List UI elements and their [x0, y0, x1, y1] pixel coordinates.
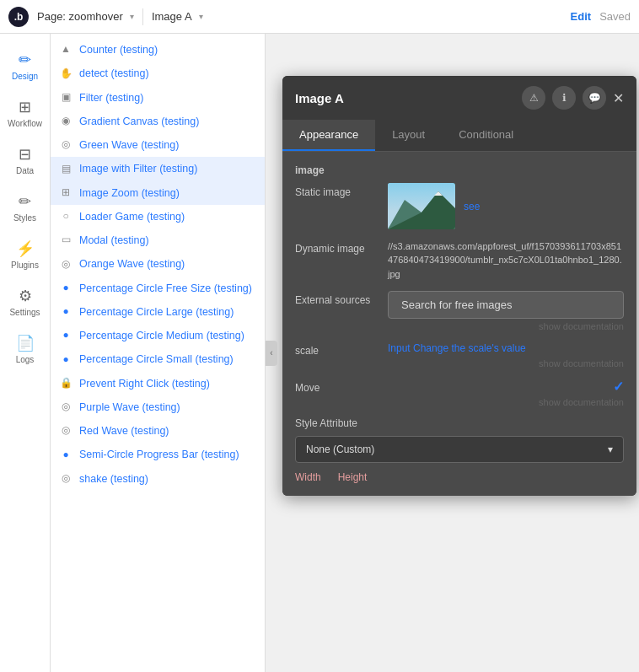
chat-icon-button[interactable]: 💬 [583, 86, 606, 110]
sidebar-item-design-label: Design [12, 72, 38, 81]
edit-button[interactable]: Edit [571, 10, 592, 23]
topbar: .b Page: zoomhover ▾ Image A ▾ Edit Save… [0, 0, 639, 34]
list-item[interactable]: ▭ Modal (testing) [51, 228, 265, 252]
tab-conditional[interactable]: Conditional [442, 120, 530, 151]
scale-content: Input Change the scale's value show docu… [388, 341, 624, 368]
image-a-label: Image A [152, 10, 192, 23]
list-item-label: Image Zoom (testing) [79, 186, 180, 200]
tab-layout[interactable]: Layout [375, 120, 442, 151]
list-item[interactable]: ○ Loader Game (testing) [51, 205, 265, 228]
height-label: Height [338, 471, 368, 483]
list-item[interactable]: ● Percentage Circle Free Size (testing) [51, 277, 265, 300]
external-sources-label: External sources [295, 291, 379, 306]
see-link[interactable]: see [464, 201, 480, 212]
plugins-icon: ⚡ [16, 239, 35, 258]
list-item[interactable]: ✋ detect (testing) [51, 62, 265, 85]
chat-icon: 💬 [588, 92, 601, 104]
filter-icon: ▣ [59, 91, 72, 105]
show-doc-link-external[interactable]: show documentation [388, 321, 624, 331]
styles-icon: ✏ [19, 192, 31, 211]
move-row: Move ✓ show documentation [295, 379, 624, 407]
style-attr-label: Style Attribute [295, 417, 624, 429]
component-list: ▲ Counter (testing) ✋ detect (testing) ▣… [51, 34, 266, 672]
list-item-label: Counter (testing) [79, 43, 158, 56]
close-button[interactable]: ✕ [613, 90, 624, 106]
dynamic-image-label: Dynamic image [295, 239, 379, 255]
list-item[interactable]: ▲ Counter (testing) [51, 38, 265, 62]
counter-icon: ▲ [59, 43, 72, 56]
list-item[interactable]: ◎ Red Wave (testing) [51, 419, 265, 443]
list-item-label: Percentage Circle Medium (testing) [79, 329, 244, 342]
list-item[interactable]: ● Percentage Circle Large (testing) [51, 300, 265, 324]
icon-sidebar: ✏ Design ⊞ Workflow ⊟ Data ✏ Styles ⚡ Pl… [0, 34, 51, 672]
sidebar-item-settings-label: Settings [9, 308, 40, 317]
list-item[interactable]: 🔒 Prevent Right Click (testing) [51, 372, 265, 395]
page-selector[interactable]: Page: zoomhover ▾ [37, 10, 134, 23]
list-item[interactable]: ▣ Filter (testing) [51, 86, 265, 110]
list-item-label: Image with Filter (testing) [79, 162, 197, 175]
scale-value-link[interactable]: Input Change the scale's value [388, 342, 526, 354]
tab-appearance[interactable]: Appearance [282, 120, 375, 151]
scale-row: scale Input Change the scale's value sho… [295, 341, 624, 368]
external-sources-content: Search for free images show documentatio… [388, 291, 624, 331]
sidebar-item-logs[interactable]: 📄 Logs [0, 325, 50, 373]
search-free-images-button[interactable]: Search for free images [388, 291, 624, 319]
external-sources-row: External sources Search for free images … [295, 291, 624, 331]
list-item-label: Purple Wave (testing) [79, 401, 180, 414]
list-item-label: Prevent Right Click (testing) [79, 377, 210, 390]
sidebar-item-workflow[interactable]: ⊞ Workflow [0, 89, 50, 137]
alert-icon-button[interactable]: ⚠ [522, 86, 545, 110]
panel-content: image Static image [282, 152, 636, 496]
show-doc-link-scale[interactable]: show documentation [388, 358, 624, 368]
list-item[interactable]: ● Percentage Circle Small (testing) [51, 347, 265, 371]
collapse-arrow[interactable]: ‹ [266, 341, 277, 366]
list-item-label: Red Wave (testing) [79, 424, 169, 438]
sidebar-item-settings[interactable]: ⚙ Settings [0, 278, 50, 325]
style-attr-value: None (Custom) [306, 444, 374, 455]
dimensions-row: Width Height [295, 471, 624, 483]
info-icon-button[interactable]: ℹ [552, 86, 576, 110]
list-item[interactable]: ◎ Purple Wave (testing) [51, 395, 265, 419]
static-image-label: Static image [295, 183, 379, 198]
shake-icon: ◎ [59, 472, 72, 486]
list-item-image-zoom[interactable]: ⊞ Image Zoom (testing) [51, 181, 265, 205]
list-item-image-filter[interactable]: ▤ Image with Filter (testing) [51, 157, 265, 180]
sidebar-item-data[interactable]: ⊟ Data [0, 137, 50, 184]
list-item[interactable]: ● Percentage Circle Medium (testing) [51, 324, 265, 347]
list-item-label: shake (testing) [79, 472, 148, 486]
detect-icon: ✋ [59, 67, 72, 80]
sidebar-item-plugins[interactable]: ⚡ Plugins [0, 231, 50, 278]
modal-icon: ▭ [59, 234, 72, 247]
panel-header: Image A ⚠ ℹ 💬 ✕ [282, 76, 636, 120]
pct-free-icon: ● [59, 282, 72, 295]
sidebar-item-styles[interactable]: ✏ Styles [0, 184, 50, 231]
list-item[interactable]: ◎ shake (testing) [51, 467, 265, 491]
image-a-dropdown-icon: ▾ [199, 12, 203, 21]
list-item-label: Loader Game (testing) [79, 210, 185, 223]
workflow-icon: ⊞ [19, 98, 31, 116]
sidebar-item-design[interactable]: ✏ Design [0, 42, 50, 89]
list-item[interactable]: ◎ Green Wave (testing) [51, 133, 265, 157]
static-image-container: see [388, 183, 480, 229]
static-image-thumbnail[interactable] [388, 183, 455, 229]
settings-icon: ⚙ [19, 287, 32, 305]
style-attr-dropdown[interactable]: None (Custom) ▾ [295, 436, 624, 463]
move-content: ✓ show documentation [388, 379, 624, 407]
saved-status: Saved [599, 10, 631, 23]
show-doc-link-move[interactable]: show documentation [388, 397, 624, 407]
prevent-right-click-icon: 🔒 [59, 377, 72, 390]
list-item[interactable]: ◉ Gradient Canvas (testing) [51, 110, 265, 133]
floating-panel: Image A ⚠ ℹ 💬 ✕ Appearance [282, 76, 636, 496]
list-item[interactable]: ● Semi-Circle Progress Bar (testing) [51, 443, 265, 466]
pct-small-icon: ● [59, 352, 72, 366]
panel-icons: ⚠ ℹ 💬 ✕ [522, 86, 624, 110]
sidebar-item-workflow-label: Workflow [8, 119, 42, 128]
right-area: ‹ Image A ⚠ ℹ [266, 34, 639, 672]
logo: .b [8, 7, 29, 27]
image-section-label: image [295, 164, 624, 176]
width-label: Width [295, 471, 321, 483]
topbar-actions: Edit Saved [571, 10, 631, 23]
main-layout: ✏ Design ⊞ Workflow ⊟ Data ✏ Styles ⚡ Pl… [0, 34, 639, 672]
list-item[interactable]: ◎ Orange Wave (testing) [51, 252, 265, 276]
image-a-selector[interactable]: Image A ▾ [152, 10, 562, 23]
